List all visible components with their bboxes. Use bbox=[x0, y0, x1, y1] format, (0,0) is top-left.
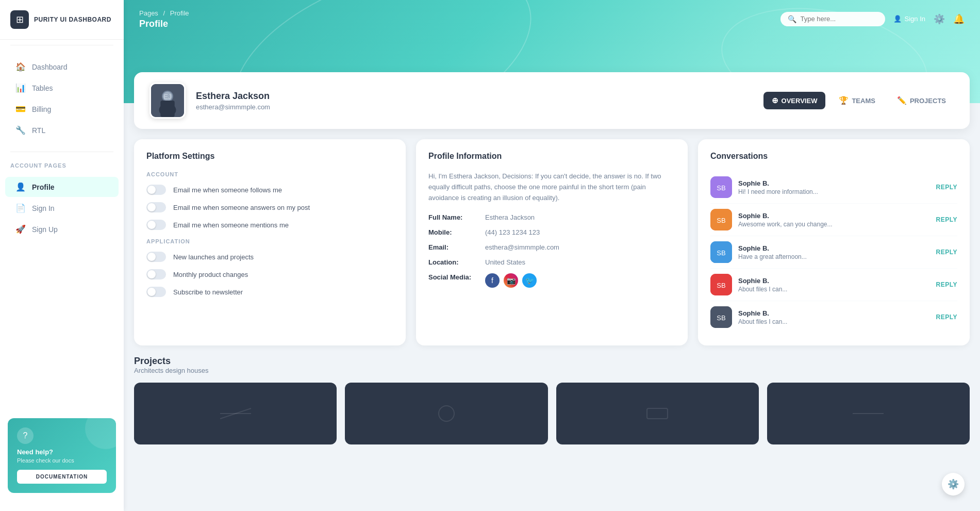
project-card-1[interactable] bbox=[134, 383, 337, 444]
project-card-2[interactable] bbox=[345, 383, 547, 444]
sidebar-divider-top bbox=[10, 45, 113, 45]
reply-button-5[interactable]: REPLY bbox=[936, 314, 957, 321]
svg-text:SB: SB bbox=[717, 314, 725, 322]
sidebar-item-label: Profile bbox=[32, 183, 55, 191]
sidebar-item-billing[interactable]: 💳 Billing bbox=[5, 99, 119, 119]
svg-rect-4 bbox=[160, 101, 174, 117]
social-icons: f 📷 🐦 bbox=[485, 273, 537, 288]
sidebar-item-label: Dashboard bbox=[32, 63, 68, 71]
convo-msg-2: Awesome work, can you change... bbox=[738, 221, 930, 228]
documentation-button[interactable]: DOCUMENTATION bbox=[17, 470, 107, 484]
search-input[interactable] bbox=[801, 15, 878, 23]
tables-icon: 📊 bbox=[15, 83, 26, 93]
content-grid: Platform Settings ACCOUNT Email me when … bbox=[124, 139, 980, 356]
app-title: PURITY UI DASHBOARD bbox=[34, 16, 111, 23]
svg-text:SB: SB bbox=[717, 217, 725, 224]
info-row-email: Email: esthera@simmmple.com bbox=[428, 243, 675, 251]
search-box[interactable]: 🔍 bbox=[780, 12, 885, 26]
toggle-answers-switch[interactable] bbox=[146, 202, 166, 212]
sign-in-button[interactable]: 👤 Sign In bbox=[893, 15, 925, 23]
breadcrumb-current: Profile bbox=[170, 9, 189, 17]
profile-info: Esthera Jackson esthera@simmmple.com bbox=[196, 91, 753, 111]
social-label: Social Media: bbox=[428, 273, 485, 281]
sidebar-item-rtl[interactable]: 🔧 RTL bbox=[5, 120, 119, 140]
tab-teams[interactable]: 🏆 TEAMS bbox=[830, 92, 884, 109]
toggle-newsletter-label: Subscribe to newsletter bbox=[173, 288, 243, 296]
projects-section: Projects Architects design houses bbox=[124, 356, 980, 455]
application-section-label: APPLICATION bbox=[146, 238, 393, 244]
sidebar-item-label: Billing bbox=[32, 105, 51, 113]
toggle-newsletter-switch[interactable] bbox=[146, 287, 166, 297]
svg-point-20 bbox=[439, 406, 454, 421]
toggle-mentions: Email me when someone mentions me bbox=[146, 220, 393, 230]
conversation-item: SB Sophie B. About files I can... REPLY bbox=[710, 301, 957, 333]
sidebar-item-profile[interactable]: 👤 Profile bbox=[5, 177, 119, 197]
help-title: Need help? bbox=[17, 448, 107, 456]
convo-content-2: Sophie B. Awesome work, can you change..… bbox=[738, 212, 930, 228]
toggle-launches-switch[interactable] bbox=[146, 252, 166, 262]
projects-title: Projects bbox=[134, 356, 970, 367]
project-card-4[interactable] bbox=[767, 383, 970, 444]
account-section-label: ACCOUNT bbox=[146, 171, 393, 177]
project-card-3[interactable] bbox=[556, 383, 759, 444]
toggle-mentions-switch[interactable] bbox=[146, 220, 166, 230]
teams-tab-icon: 🏆 bbox=[839, 96, 849, 105]
sidebar-item-label: Sign In bbox=[32, 204, 55, 212]
toggle-answers: Email me when someone answers on my post bbox=[146, 202, 393, 212]
app-logo-icon: ⊞ bbox=[10, 10, 29, 29]
signin-icon: 📄 bbox=[15, 203, 26, 213]
signup-icon: 🚀 bbox=[15, 224, 26, 234]
reply-button-1[interactable]: REPLY bbox=[936, 184, 957, 191]
twitter-icon[interactable]: 🐦 bbox=[522, 273, 537, 288]
profile-info-title: Profile Information bbox=[428, 152, 675, 161]
reply-button-3[interactable]: REPLY bbox=[936, 249, 957, 256]
home-icon: 🏠 bbox=[15, 62, 26, 72]
user-icon: 👤 bbox=[893, 15, 902, 23]
info-row-location: Location: United States bbox=[428, 258, 675, 266]
convo-avatar-3: SB bbox=[710, 241, 732, 263]
platform-settings-card: Platform Settings ACCOUNT Email me when … bbox=[134, 139, 406, 345]
avatar: EJ bbox=[150, 83, 186, 119]
convo-msg-4: About files I can... bbox=[738, 286, 930, 293]
sidebar-item-tables[interactable]: 📊 Tables bbox=[5, 78, 119, 98]
toggle-product-switch[interactable] bbox=[146, 269, 166, 279]
settings-icon[interactable]: ⚙️ bbox=[934, 13, 945, 25]
sidebar-item-label: RTL bbox=[32, 126, 45, 135]
projects-grid bbox=[134, 383, 970, 444]
settings-fab[interactable]: ⚙️ bbox=[942, 473, 965, 496]
conversations-title: Conversations bbox=[710, 152, 957, 161]
projects-header: Projects Architects design houses bbox=[134, 356, 970, 374]
reply-button-2[interactable]: REPLY bbox=[936, 216, 957, 223]
breadcrumb-path: Pages / Profile bbox=[139, 9, 189, 17]
instagram-icon[interactable]: 📷 bbox=[504, 273, 518, 288]
mobile-value: (44) 123 1234 123 bbox=[485, 228, 540, 236]
sidebar-item-dashboard[interactable]: 🏠 Dashboard bbox=[5, 57, 119, 77]
sidebar-item-signin[interactable]: 📄 Sign In bbox=[5, 198, 119, 218]
conversation-item: SB Sophie B. Hi! I need more information… bbox=[710, 171, 957, 204]
sidebar-logo: ⊞ PURITY UI DASHBOARD bbox=[0, 10, 124, 40]
breadcrumb-separator: / bbox=[163, 9, 165, 17]
tab-projects[interactable]: ✏️ PROJECTS bbox=[889, 92, 954, 109]
sidebar: ⊞ PURITY UI DASHBOARD 🏠 Dashboard 📊 Tabl… bbox=[0, 0, 124, 511]
profile-information-card: Profile Information Hi, I'm Esthera Jack… bbox=[416, 139, 688, 345]
notifications-icon[interactable]: 🔔 bbox=[953, 13, 965, 25]
toggle-product: Monthly product changes bbox=[146, 269, 393, 279]
search-icon: 🔍 bbox=[788, 15, 796, 23]
toggle-follows-switch[interactable] bbox=[146, 185, 166, 195]
facebook-icon[interactable]: f bbox=[485, 273, 500, 288]
profile-name: Esthera Jackson bbox=[196, 91, 753, 102]
reply-button-4[interactable]: REPLY bbox=[936, 281, 957, 288]
help-icon: ? bbox=[17, 427, 34, 444]
sidebar-item-signup[interactable]: 🚀 Sign Up bbox=[5, 219, 119, 239]
tab-overview[interactable]: ⊕ OVERVIEW bbox=[763, 92, 826, 109]
convo-avatar-1: SB bbox=[710, 176, 732, 198]
help-subtitle: Please check our docs bbox=[17, 457, 107, 464]
toggle-product-label: Monthly product changes bbox=[173, 271, 248, 278]
toggle-mentions-label: Email me when someone mentions me bbox=[173, 221, 289, 229]
fullname-value: Esthera Jackson bbox=[485, 213, 535, 221]
convo-avatar-2: SB bbox=[710, 209, 732, 230]
projects-subtitle: Architects design houses bbox=[134, 367, 970, 374]
mobile-label: Mobile: bbox=[428, 228, 485, 236]
profile-icon: 👤 bbox=[15, 182, 26, 192]
svg-text:EJ: EJ bbox=[164, 93, 172, 101]
